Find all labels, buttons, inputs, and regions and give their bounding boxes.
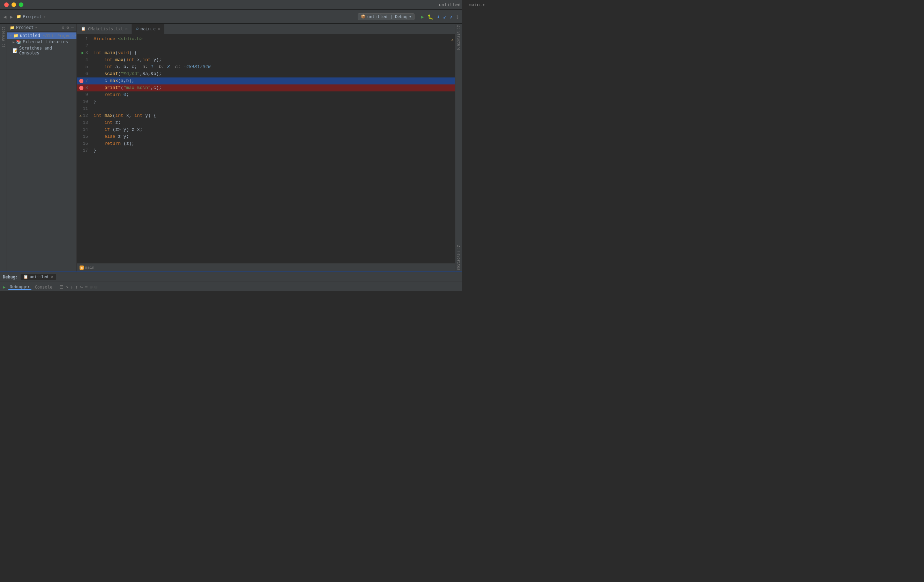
- debug-session-close[interactable]: ✕: [51, 275, 53, 279]
- tab-bar: 📋 CMakeLists.txt ✕ © main.c ✕: [77, 24, 455, 34]
- settings-icon[interactable]: ⚙: [67, 25, 69, 30]
- main-c-tab-close[interactable]: ✕: [158, 27, 160, 31]
- main-c-tab-label: main.c: [140, 26, 156, 31]
- breadcrumb-label: main: [85, 265, 94, 270]
- code-line-12: ⚠ 12 int max(int x, int y) {: [77, 112, 455, 119]
- breakpoint-7[interactable]: [79, 79, 83, 83]
- favorites-label[interactable]: 2: Favorites: [456, 244, 461, 272]
- code-line-13: 13 int z;: [77, 119, 455, 126]
- step-into-button[interactable]: ↙: [442, 13, 447, 20]
- project-label[interactable]: Project: [23, 14, 42, 19]
- collapse-all-icon[interactable]: ⊟: [94, 284, 97, 290]
- line-gutter-15: 15: [77, 133, 91, 140]
- code-line-1: 1 #include <stdio.h> ⚠: [77, 36, 455, 43]
- line-content-8: printf("max=%d\n",c);: [91, 84, 455, 91]
- code-line-16: 16 return (z);: [77, 140, 455, 147]
- exec-arrow-3: ▶: [82, 50, 84, 56]
- tab-main-c[interactable]: © main.c ✕: [132, 24, 164, 34]
- tab-cmake[interactable]: 📋 CMakeLists.txt ✕: [77, 24, 132, 34]
- nav-arrows[interactable]: ◀ ▶: [3, 13, 13, 20]
- debug-panel: Debug: 📋 untitled ✕ ▶ Debugger Console ☰…: [0, 272, 462, 291]
- debug-session-label: untitled: [30, 275, 48, 279]
- code-line-4: 4 int max(int x,int y);: [77, 56, 455, 64]
- run-config-selector[interactable]: 📦 untitled | Debug ▾: [358, 13, 414, 20]
- nav-divider: ▾: [43, 14, 46, 19]
- code-line-9: 9 return 0;: [77, 91, 455, 98]
- line-gutter-8: 8: [77, 84, 91, 91]
- line-content-2: [91, 43, 455, 49]
- project-nav: 📁 Project ▾: [16, 14, 46, 19]
- code-line-7: 7 c=max(a,b);: [77, 77, 455, 84]
- run-config-arrow: ▾: [409, 14, 411, 19]
- project-header-label: Project: [16, 25, 34, 30]
- code-line-11: 11: [77, 106, 455, 112]
- step-into-debug-icon[interactable]: ↓: [71, 284, 73, 290]
- breadcrumb-bar: m main: [77, 263, 455, 272]
- tree-item-scratches[interactable]: 📝 Scratches and Consoles: [7, 45, 76, 56]
- debug-run-button[interactable]: 🐛: [427, 13, 434, 20]
- maximize-button[interactable]: [19, 2, 23, 7]
- forward-icon[interactable]: ▶: [9, 13, 13, 20]
- run-icons[interactable]: ▶ 🐛 ⬇ ↙ ↗ ⤵: [420, 13, 459, 20]
- step-over-debug-icon[interactable]: ↷: [66, 284, 68, 290]
- line-gutter-9: 9: [77, 91, 91, 98]
- line-content-15: else z=y;: [91, 133, 455, 140]
- breakpoint-8[interactable]: [79, 86, 83, 90]
- code-line-5: 5 int a, b, c; a: 1 b: 3 c: -484817640: [77, 64, 455, 71]
- titlebar: untitled – main.c ⚠: [0, 0, 462, 10]
- minimize-button[interactable]: [12, 2, 16, 7]
- structure-label[interactable]: Z: Structure: [456, 24, 461, 52]
- code-line-3: ▶ 3 int main(void) {: [77, 49, 455, 56]
- resume-button[interactable]: ▶: [3, 284, 6, 290]
- run-button[interactable]: ▶: [420, 13, 424, 20]
- cmake-file-icon: 📋: [81, 26, 86, 31]
- back-icon[interactable]: ◀: [3, 13, 7, 20]
- close-button[interactable]: [4, 2, 9, 7]
- line-content-6: scanf("%d,%d",&a,&b);: [91, 71, 455, 77]
- line-num-15: 15: [83, 134, 88, 140]
- project-header: 📁 Project ▾ ⊕ ⚙ —: [7, 24, 76, 32]
- collapse-icon[interactable]: —: [71, 25, 74, 30]
- breadcrumb-item[interactable]: m main: [79, 265, 94, 270]
- locate-icon[interactable]: ⊕: [62, 25, 64, 30]
- restore-layout-icon[interactable]: ⊞: [90, 284, 92, 290]
- external-lib-icon: 📚: [16, 40, 21, 45]
- line-content-7: c=max(a,b);: [91, 77, 455, 84]
- debug-tab-icons[interactable]: ☰ ↷ ↓ ↑ ↪ ≡ ⊞ ⊟: [59, 284, 97, 290]
- debugger-tab[interactable]: Debugger: [8, 284, 31, 290]
- line-gutter-10: 10: [77, 98, 91, 106]
- line-gutter-11: 11: [77, 106, 91, 112]
- folder-icon: 📁: [10, 25, 15, 30]
- line-num-7: 7: [86, 78, 88, 84]
- line-num-2: 2: [86, 43, 88, 49]
- line-gutter-13: 13: [77, 119, 91, 126]
- project-strip-label[interactable]: 1: Project: [1, 25, 6, 49]
- cmake-tab-close[interactable]: ✕: [125, 27, 127, 31]
- traffic-lights[interactable]: [4, 2, 23, 7]
- evaluate-icon[interactable]: ≡: [85, 284, 88, 290]
- code-editor[interactable]: 1 #include <stdio.h> ⚠ 2 ▶ 3 int main(vo…: [77, 34, 455, 263]
- step-out-debug-icon[interactable]: ↑: [75, 284, 78, 290]
- line-content-17: }: [91, 147, 455, 154]
- project-header-arrow[interactable]: ▾: [35, 26, 37, 30]
- project-header-icons[interactable]: ⊕ ⚙ —: [62, 25, 74, 30]
- code-line-10: 10 }: [77, 98, 455, 106]
- step-out-button[interactable]: ↗: [449, 13, 453, 20]
- warning-12: ⚠: [79, 114, 82, 119]
- run-to-cursor-debug-icon[interactable]: ↪: [80, 284, 83, 290]
- line-gutter-3: ▶ 3: [77, 49, 91, 56]
- console-tab[interactable]: Console: [33, 285, 54, 290]
- run-to-cursor-button[interactable]: ⤵: [455, 13, 459, 20]
- tree-item-external[interactable]: ▶ 📚 External Libraries: [7, 39, 76, 45]
- run-config-icon: 📦: [361, 14, 366, 19]
- debug-session-tab[interactable]: 📋 untitled ✕: [21, 274, 56, 280]
- tree-item-root[interactable]: ▾ 📁 untitled ~/CLionProjects/untitled: [7, 33, 76, 39]
- line-gutter-6: 6: [77, 71, 91, 77]
- step-over-button[interactable]: ⬇: [436, 13, 441, 20]
- debug-header-row: Debug: 📋 untitled ✕: [0, 272, 462, 282]
- debug-session-icon: 📋: [23, 275, 28, 279]
- cmake-tab-label: CMakeLists.txt: [88, 26, 123, 31]
- layout-icon[interactable]: ☰: [59, 284, 64, 290]
- line-gutter-14: 14: [77, 126, 91, 133]
- run-config-label: untitled | Debug: [367, 14, 408, 19]
